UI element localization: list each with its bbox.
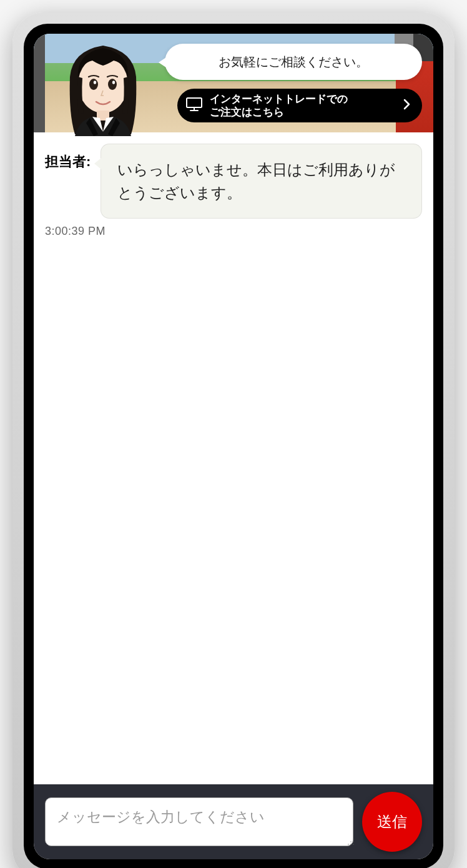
- svg-point-12: [348, 844, 349, 845]
- svg-point-13: [350, 844, 351, 845]
- banner-speech-bubble: お気軽にご相談ください。: [165, 44, 422, 80]
- cta-text: インターネットトレードでのご注文はこちら: [210, 92, 396, 119]
- input-bar: 送信: [34, 784, 433, 859]
- resize-grip-icon: [347, 838, 355, 846]
- svg-point-1: [89, 79, 98, 90]
- banner: お気軽にご相談ください。 インターネットトレードでのご注文はこちら: [34, 34, 433, 132]
- svg-point-4: [112, 81, 115, 84]
- message-input[interactable]: [45, 797, 353, 846]
- send-button[interactable]: 送信: [362, 792, 422, 852]
- internet-trade-cta-button[interactable]: インターネットトレードでのご注文はこちら: [177, 89, 422, 122]
- phone-bezel: お気軽にご相談ください。 インターネットトレードでのご注文はこちら: [24, 24, 443, 868]
- screen: お気軽にご相談ください。 インターネットトレードでのご注文はこちら: [34, 34, 433, 859]
- chevron-right-icon: [403, 99, 411, 112]
- svg-point-10: [350, 841, 351, 842]
- message-bubble: いらっしゃいませ。本日はご利用ありがとうございます。: [101, 144, 422, 219]
- svg-rect-6: [187, 98, 202, 107]
- message-text: いらっしゃいませ。本日はご利用ありがとうございます。: [117, 161, 395, 201]
- message-timestamp: 3:00:39 PM: [45, 225, 422, 238]
- svg-point-11: [353, 841, 354, 842]
- banner-bg-left-pillar: [34, 34, 45, 132]
- monitor-icon: [186, 97, 202, 114]
- svg-point-9: [353, 839, 354, 840]
- banner-speech-text: お気軽にご相談ください。: [219, 54, 368, 71]
- svg-point-3: [94, 81, 96, 84]
- message-row: 担当者: いらっしゃいませ。本日はご利用ありがとうございます。: [45, 144, 422, 219]
- phone-frame: お気軽にご相談ください。 インターネットトレードでのご注文はこちら: [12, 12, 455, 868]
- svg-point-14: [353, 844, 354, 845]
- sender-label: 担当者:: [45, 144, 91, 171]
- operator-avatar: [51, 34, 154, 136]
- chat-area: 担当者: いらっしゃいませ。本日はご利用ありがとうございます。 3:00:39 …: [34, 132, 433, 784]
- svg-point-2: [108, 79, 117, 90]
